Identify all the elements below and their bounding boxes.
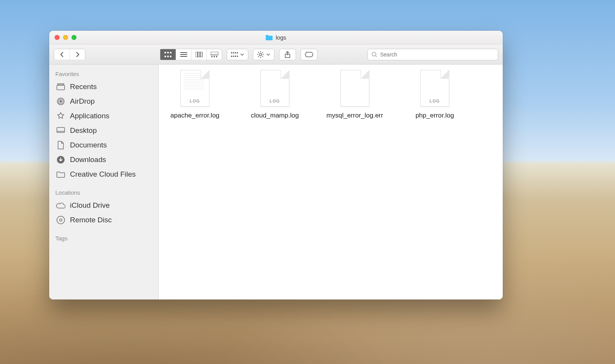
file-type-badge: LOG bbox=[430, 99, 440, 103]
folder-icon bbox=[56, 170, 65, 179]
svg-rect-6 bbox=[180, 52, 187, 53]
window-body: Favorites Recents AirDrop bbox=[49, 65, 503, 299]
sidebar-item-label: Remote Disc bbox=[70, 216, 112, 224]
svg-rect-10 bbox=[198, 52, 200, 57]
sidebar-item-recents[interactable]: Recents bbox=[49, 79, 158, 94]
sidebar-item-label: Applications bbox=[70, 112, 109, 120]
svg-rect-22 bbox=[235, 56, 236, 57]
recents-icon bbox=[56, 82, 65, 91]
sidebar-item-desktop[interactable]: Desktop bbox=[49, 123, 158, 138]
toolbar bbox=[49, 45, 503, 65]
svg-rect-41 bbox=[57, 127, 65, 132]
cloud-icon bbox=[56, 201, 65, 210]
sidebar[interactable]: Favorites Recents AirDrop bbox=[49, 65, 159, 299]
svg-rect-21 bbox=[233, 56, 234, 57]
search-field[interactable] bbox=[367, 49, 498, 60]
svg-rect-17 bbox=[233, 52, 234, 53]
group-icon bbox=[231, 52, 238, 57]
group-by-dropdown[interactable] bbox=[227, 49, 248, 60]
svg-line-32 bbox=[258, 56, 259, 57]
back-button[interactable] bbox=[54, 49, 70, 60]
sidebar-item-icloud-drive[interactable]: iCloud Drive bbox=[49, 198, 158, 213]
sidebar-item-downloads[interactable]: Downloads bbox=[49, 152, 158, 167]
sidebar-item-remote-disc[interactable]: Remote Disc bbox=[49, 213, 158, 227]
file-type-badge: LOG bbox=[270, 99, 280, 103]
svg-rect-9 bbox=[196, 52, 198, 57]
tag-icon bbox=[305, 52, 313, 57]
sidebar-item-documents[interactable]: Documents bbox=[49, 138, 158, 152]
file-name: apache_error.log bbox=[170, 111, 219, 120]
svg-rect-13 bbox=[211, 56, 213, 57]
sidebar-item-label: Documents bbox=[70, 141, 107, 149]
svg-line-31 bbox=[262, 52, 263, 53]
gear-icon bbox=[257, 51, 264, 58]
finder-window: logs bbox=[49, 31, 503, 299]
sidebar-heading: Locations bbox=[49, 188, 158, 198]
svg-rect-4 bbox=[167, 56, 169, 57]
svg-rect-20 bbox=[231, 56, 232, 57]
svg-rect-3 bbox=[165, 56, 166, 57]
action-dropdown[interactable] bbox=[253, 49, 274, 60]
sidebar-section-favorites: Favorites Recents AirDrop bbox=[49, 69, 158, 182]
file-icon bbox=[340, 70, 369, 107]
search-icon bbox=[372, 52, 377, 57]
applications-icon bbox=[56, 111, 65, 121]
file-icon: LOG bbox=[180, 70, 209, 107]
close-window-button[interactable] bbox=[55, 35, 60, 40]
sidebar-item-label: iCloud Drive bbox=[70, 201, 110, 210]
chevron-down-icon bbox=[240, 53, 244, 56]
svg-rect-0 bbox=[165, 52, 166, 53]
disc-icon bbox=[56, 215, 65, 225]
svg-point-34 bbox=[372, 52, 376, 56]
sidebar-item-label: Creative Cloud Files bbox=[70, 170, 136, 179]
svg-rect-15 bbox=[216, 56, 217, 57]
sidebar-heading: Favorites bbox=[49, 69, 158, 79]
downloads-icon bbox=[56, 155, 65, 164]
sidebar-item-airdrop[interactable]: AirDrop bbox=[49, 94, 158, 109]
svg-rect-7 bbox=[180, 54, 187, 55]
share-button[interactable] bbox=[279, 49, 296, 60]
documents-icon bbox=[56, 141, 65, 150]
tags-button[interactable] bbox=[301, 49, 317, 60]
gallery-icon bbox=[211, 52, 218, 57]
sidebar-item-label: Recents bbox=[70, 83, 97, 91]
list-icon bbox=[180, 52, 187, 57]
svg-rect-8 bbox=[180, 56, 187, 57]
chevron-right-icon bbox=[75, 51, 80, 58]
view-list-button[interactable] bbox=[176, 49, 191, 60]
zoom-window-button[interactable] bbox=[71, 35, 76, 40]
file-item[interactable]: LOG php_error.log bbox=[402, 70, 467, 120]
sidebar-item-label: Desktop bbox=[70, 126, 97, 135]
view-icons-button[interactable] bbox=[160, 49, 176, 60]
sidebar-section-tags: Tags bbox=[49, 233, 158, 244]
file-content-area[interactable]: LOG apache_error.log LOG cloud_mamp.log bbox=[159, 65, 503, 299]
forward-button[interactable] bbox=[70, 49, 85, 60]
minimize-window-button[interactable] bbox=[63, 35, 68, 40]
svg-rect-1 bbox=[167, 52, 169, 53]
svg-rect-18 bbox=[235, 52, 236, 53]
view-gallery-button[interactable] bbox=[206, 49, 222, 60]
columns-icon bbox=[196, 52, 203, 57]
sidebar-item-creative-cloud-files[interactable]: Creative Cloud Files bbox=[49, 167, 158, 182]
search-input[interactable] bbox=[380, 51, 494, 58]
file-item[interactable]: LOG apache_error.log bbox=[163, 70, 227, 120]
svg-point-24 bbox=[259, 53, 262, 56]
svg-rect-14 bbox=[214, 56, 215, 57]
svg-line-30 bbox=[262, 56, 263, 57]
file-item[interactable]: mysql_error_log.err bbox=[322, 70, 387, 120]
share-icon bbox=[285, 51, 290, 58]
svg-rect-11 bbox=[200, 52, 202, 57]
file-name: php_error.log bbox=[416, 111, 454, 120]
airdrop-icon bbox=[56, 97, 65, 106]
svg-rect-16 bbox=[231, 52, 232, 53]
file-item[interactable]: LOG cloud_mamp.log bbox=[243, 70, 307, 120]
sidebar-item-applications[interactable]: Applications bbox=[49, 109, 158, 123]
window-title-text: logs bbox=[276, 34, 286, 41]
file-icon: LOG bbox=[420, 70, 449, 107]
desktop-wallpaper: logs bbox=[0, 0, 615, 364]
view-columns-button[interactable] bbox=[191, 49, 206, 60]
sidebar-section-locations: Locations iCloud Drive Remote Disc bbox=[49, 188, 158, 227]
folder-icon bbox=[266, 35, 273, 40]
titlebar[interactable]: logs bbox=[49, 31, 503, 45]
svg-rect-12 bbox=[211, 52, 218, 55]
